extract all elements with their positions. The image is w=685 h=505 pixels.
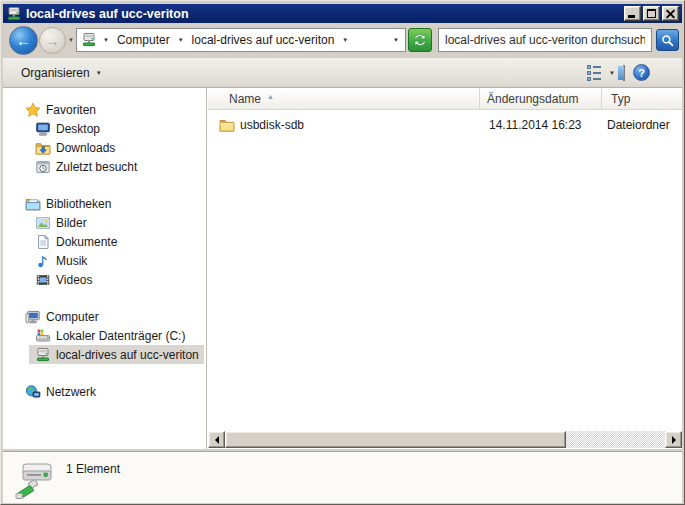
sidebar-item-pictures[interactable]: Bilder [29, 213, 204, 232]
network-icon [25, 384, 41, 400]
main-area: Favoriten Desktop Downloads Zuletzt besu… [3, 88, 682, 449]
sort-ascending-icon: ▲ [267, 93, 274, 100]
window-controls [624, 6, 679, 21]
sidebar-section-libraries[interactable]: Bibliotheken [3, 194, 206, 213]
music-icon [35, 253, 51, 269]
item-count: 1 Element [66, 462, 120, 476]
sidebar-section-network[interactable]: Netzwerk [3, 382, 206, 401]
organize-button[interactable]: Organisieren ▼ [15, 63, 108, 83]
navigation-bar: ← → ▼ ▼ Computer ▼ local-drives auf ucc-… [3, 23, 682, 58]
recent-places-icon [35, 159, 51, 175]
maximize-button[interactable] [643, 6, 660, 21]
maximize-icon [647, 9, 656, 18]
command-bar: Organisieren ▼ ▼ ? [3, 58, 682, 88]
views-button[interactable] [587, 65, 601, 81]
videos-icon [35, 272, 51, 288]
breadcrumb-computer[interactable]: Computer [115, 33, 172, 47]
search-input[interactable] [439, 29, 651, 51]
star-icon [25, 102, 41, 118]
close-button[interactable] [662, 6, 679, 21]
column-headers: Name ▲ Änderungsdatum Typ [208, 88, 682, 110]
breadcrumb-separator-icon[interactable]: ▼ [176, 37, 186, 43]
navigation-pane: Favoriten Desktop Downloads Zuletzt besu… [3, 88, 207, 449]
toolbar-right-group: ▼ ? [587, 64, 650, 81]
details-pane: 1 Element [3, 451, 682, 503]
back-button[interactable]: ← [9, 26, 38, 55]
column-header-modified[interactable]: Änderungsdatum [480, 88, 602, 109]
address-history-dropdown-icon[interactable]: ▼ [391, 37, 401, 43]
chevron-down-icon: ▼ [96, 70, 102, 76]
sidebar-item-recent-places[interactable]: Zuletzt besucht [29, 157, 204, 176]
breadcrumb-current[interactable]: local-drives auf ucc-veriton [190, 33, 337, 47]
file-type: Dateiordner [607, 118, 670, 132]
forward-button[interactable]: → [39, 27, 66, 54]
location-dropdown-icon[interactable]: ▼ [101, 37, 111, 43]
organize-label: Organisieren [21, 66, 90, 80]
sidebar-section-favorites[interactable]: Favoriten [3, 100, 206, 119]
sidebar-item-music[interactable]: Musik [29, 251, 204, 270]
sidebar-item-local-disk-c[interactable]: Lokaler Datenträger (C:) [29, 326, 204, 345]
sidebar-item-documents[interactable]: Dokumente [29, 232, 204, 251]
recent-pages-dropdown[interactable]: ▼ [68, 37, 74, 43]
help-icon: ? [638, 67, 645, 79]
preview-pane-icon [623, 65, 625, 81]
views-dropdown-icon[interactable]: ▼ [609, 70, 615, 76]
scroll-left-button[interactable] [208, 431, 225, 448]
column-header-name[interactable]: Name ▲ [208, 88, 480, 109]
sidebar-item-local-drives[interactable]: local-drives auf ucc-veriton [29, 345, 204, 364]
file-name: usbdisk-sdb [240, 118, 304, 132]
documents-icon [35, 234, 51, 250]
triangle-right-icon [672, 436, 676, 444]
search-box [438, 28, 652, 52]
file-modified-date: 14.11.2014 16:23 [489, 118, 582, 132]
sidebar-item-desktop[interactable]: Desktop [29, 119, 204, 138]
downloads-icon [35, 140, 51, 156]
refresh-button[interactable] [408, 28, 432, 52]
refresh-icon [413, 33, 427, 47]
minimize-button[interactable] [624, 6, 641, 21]
file-row[interactable]: usbdisk-sdb 14.11.2014 16:23 Dateiordner [208, 114, 680, 135]
horizontal-scrollbar[interactable] [208, 431, 682, 448]
network-drive-icon [35, 347, 51, 363]
local-disk-icon [35, 328, 51, 344]
libraries-icon [25, 196, 41, 212]
file-list: Name ▲ Änderungsdatum Typ usbdisk-sdb 14… [208, 88, 682, 449]
network-drive-icon[interactable] [6, 6, 22, 22]
computer-icon [25, 309, 41, 325]
sidebar-section-computer[interactable]: Computer [3, 307, 206, 326]
views-icon [587, 65, 601, 81]
column-header-type[interactable]: Typ [602, 88, 682, 109]
network-drive-icon [81, 32, 97, 48]
search-button[interactable] [656, 29, 679, 51]
minimize-icon [628, 15, 635, 18]
breadcrumb-separator-icon[interactable]: ▼ [340, 37, 350, 43]
sidebar-item-downloads[interactable]: Downloads [29, 138, 204, 157]
title-bar[interactable]: local-drives auf ucc-veriton [3, 4, 682, 23]
search-icon [661, 34, 674, 47]
triangle-left-icon [215, 436, 219, 444]
scroll-right-button[interactable] [665, 431, 682, 448]
preview-pane-button[interactable] [623, 66, 625, 80]
sidebar-item-videos[interactable]: Videos [29, 270, 204, 289]
folder-icon [219, 117, 235, 133]
pictures-icon [35, 215, 51, 231]
address-bar[interactable]: ▼ Computer ▼ local-drives auf ucc-verito… [76, 28, 406, 52]
network-drive-large-icon [15, 456, 59, 500]
back-arrow-icon: ← [16, 32, 31, 49]
scrollbar-thumb[interactable] [225, 431, 566, 448]
window-title: local-drives auf ucc-veriton [26, 7, 189, 21]
desktop-icon [35, 121, 51, 137]
forward-arrow-icon: → [46, 33, 60, 49]
explorer-window: local-drives auf ucc-veriton ← → ▼ ▼ Com… [0, 0, 685, 505]
help-button[interactable]: ? [633, 64, 650, 81]
